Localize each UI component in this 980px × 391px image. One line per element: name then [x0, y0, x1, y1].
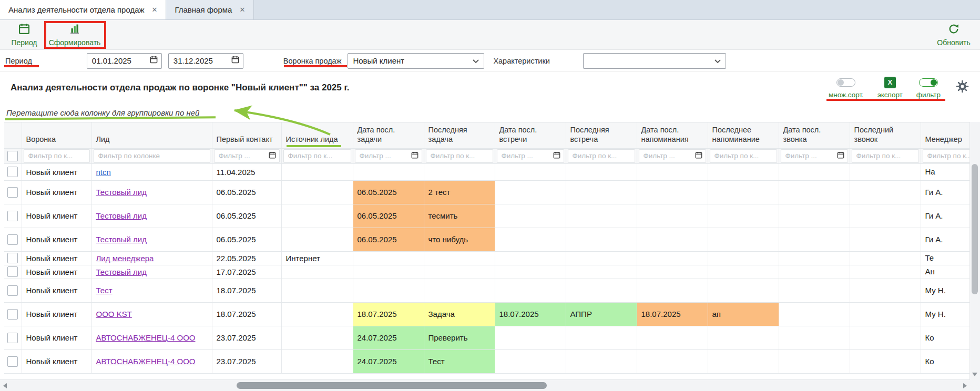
table-row[interactable]: Новый клиент Тестовый лид 17.07.2025 Ан — [4, 265, 970, 279]
table-row[interactable]: Новый клиент Лид менеджера 22.05.2025 Ин… — [4, 251, 970, 265]
cell-meeting-date[interactable] — [495, 180, 566, 204]
header-meeting[interactable]: Последняя встреча — [566, 122, 637, 148]
cell-meeting[interactable] — [566, 163, 637, 180]
cell-task-date[interactable]: 06.05.2025 — [353, 180, 424, 204]
header-first-contact[interactable]: Первый контакт — [212, 122, 281, 148]
cell-source[interactable] — [281, 302, 353, 326]
cell-funnel[interactable]: Новый клиент — [22, 279, 91, 302]
table-row[interactable]: Новый клиент ntcn 11.04.2025 На — [4, 163, 970, 180]
date-from-input[interactable] — [87, 53, 162, 69]
table-row[interactable]: Новый клиент Тест 18.07.2025 Му Н. — [4, 279, 970, 302]
cell-task-date[interactable]: 24.07.2025 — [353, 326, 424, 349]
cell-task-date[interactable]: 18.07.2025 — [353, 302, 424, 326]
cell-task[interactable]: Преверить — [424, 326, 495, 349]
lead-link[interactable]: Тестовый лид — [96, 235, 147, 244]
row-checkbox[interactable] — [7, 211, 18, 221]
vertical-scrollbar-thumb[interactable] — [972, 164, 978, 294]
lead-link[interactable]: Тест — [96, 286, 113, 295]
cell-source[interactable] — [281, 163, 353, 180]
header-funnel[interactable]: Воронка — [22, 122, 91, 148]
cell-task-date[interactable]: 24.07.2025 — [353, 349, 424, 373]
cell-task-date[interactable]: 06.05.2025 — [353, 228, 424, 251]
cell-funnel[interactable]: Новый клиент — [22, 163, 91, 180]
cell-task-date[interactable] — [353, 279, 424, 302]
row-checkbox[interactable] — [7, 253, 18, 263]
row-checkbox[interactable] — [7, 285, 18, 296]
cell-task[interactable] — [424, 265, 495, 279]
cell-meeting-date[interactable] — [495, 228, 566, 251]
filter-meeting-input[interactable] — [571, 151, 631, 160]
lead-link[interactable]: АВТОСНАБЖЕНЕЦ-4 ООО — [96, 357, 196, 366]
cell-source[interactable] — [281, 349, 353, 373]
lead-link[interactable]: Тестовый лид — [96, 267, 147, 276]
group-drop-zone[interactable]: Перетащите сюда колонку для группировки … — [0, 103, 980, 122]
cell-call-date[interactable] — [779, 349, 850, 373]
cell-source[interactable] — [281, 279, 353, 302]
cell-meeting-date[interactable] — [495, 279, 566, 302]
cell-call-date[interactable] — [779, 251, 850, 265]
generate-button[interactable]: Сформировать — [45, 22, 104, 48]
calendar-icon[interactable] — [837, 151, 844, 161]
cell-reminder-date[interactable] — [637, 349, 708, 373]
cell-task[interactable]: тесмить — [424, 204, 495, 228]
cell-reminder-date[interactable] — [637, 279, 708, 302]
cell-call-date[interactable] — [779, 279, 850, 302]
cell-funnel[interactable]: Новый клиент — [22, 228, 91, 251]
header-reminder[interactable]: Последнее напоминание — [708, 122, 779, 148]
cell-source[interactable] — [281, 228, 353, 251]
cell-meeting-date[interactable] — [495, 204, 566, 228]
cell-reminder[interactable] — [708, 279, 779, 302]
table-row[interactable]: Новый клиент ООО KST 18.07.2025 18.07.20… — [4, 302, 970, 326]
filter-toggle[interactable] — [919, 78, 938, 87]
cell-manager[interactable]: Ги А. — [921, 228, 970, 251]
scroll-right-arrow-icon[interactable] — [963, 383, 967, 388]
row-checkbox[interactable] — [7, 167, 18, 177]
lead-link[interactable]: Лид менеджера — [96, 254, 154, 263]
cell-first-contact[interactable]: 18.07.2025 — [212, 302, 281, 326]
cell-meeting-date[interactable] — [495, 265, 566, 279]
row-checkbox[interactable] — [7, 356, 18, 367]
cell-task[interactable] — [424, 163, 495, 180]
table-row[interactable]: Новый клиент АВТОСНАБЖЕНЕЦ-4 ООО 23.07.2… — [4, 326, 970, 349]
filter-lead-input[interactable] — [97, 151, 207, 160]
cell-reminder-date[interactable] — [637, 163, 708, 180]
calendar-icon[interactable] — [553, 151, 560, 161]
cell-reminder-date[interactable]: 18.07.2025 — [637, 302, 708, 326]
cell-first-contact[interactable]: 17.07.2025 — [212, 265, 281, 279]
date-to-field[interactable] — [172, 56, 231, 66]
refresh-button[interactable]: Обновить — [934, 22, 974, 48]
cell-reminder[interactable] — [708, 251, 779, 265]
row-checkbox[interactable] — [7, 187, 18, 198]
cell-manager[interactable]: Ко — [921, 326, 970, 349]
header-lead[interactable]: Лид — [91, 122, 212, 148]
cell-task-date[interactable] — [353, 251, 424, 265]
cell-call[interactable] — [850, 302, 921, 326]
select-all-checkbox[interactable] — [7, 151, 18, 161]
header-reminder-date[interactable]: Дата посл. напоминания — [637, 122, 708, 148]
cell-reminder-date[interactable] — [637, 265, 708, 279]
characteristics-select[interactable] — [583, 53, 726, 69]
cell-manager[interactable]: Те — [921, 251, 970, 265]
cell-call-date[interactable] — [779, 265, 850, 279]
header-manager[interactable]: Менеджер — [921, 122, 970, 148]
cell-meeting[interactable] — [566, 349, 637, 373]
cell-meeting-date[interactable] — [495, 326, 566, 349]
cell-source[interactable]: Интернет — [281, 251, 353, 265]
calendar-icon[interactable] — [411, 151, 418, 161]
cell-source[interactable] — [281, 204, 353, 228]
cell-manager[interactable]: Му Н. — [921, 279, 970, 302]
cell-source[interactable] — [281, 180, 353, 204]
cell-meeting[interactable] — [566, 326, 637, 349]
filter-call-date-input[interactable] — [784, 151, 837, 160]
cell-reminder[interactable] — [708, 228, 779, 251]
filter-source-input[interactable] — [287, 151, 348, 160]
calendar-icon[interactable] — [269, 151, 276, 161]
cell-first-contact[interactable]: 23.07.2025 — [212, 326, 281, 349]
horizontal-scrollbar[interactable] — [0, 379, 970, 391]
cell-reminder[interactable] — [708, 204, 779, 228]
date-to-input[interactable] — [168, 53, 243, 69]
cell-task[interactable]: Задача — [424, 302, 495, 326]
date-from-field[interactable] — [91, 56, 150, 66]
cell-meeting[interactable]: АППР — [566, 302, 637, 326]
cell-task[interactable] — [424, 251, 495, 265]
